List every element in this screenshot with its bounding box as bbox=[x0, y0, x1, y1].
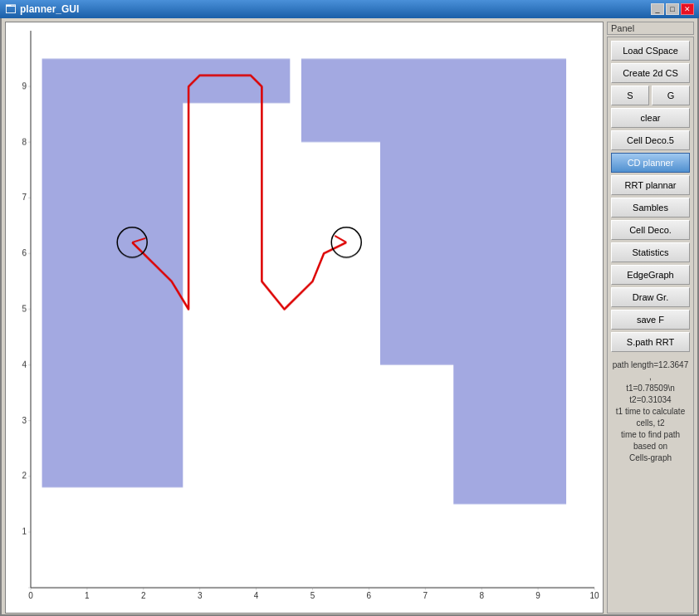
rrt-plannar-button[interactable]: RRT plannar bbox=[611, 175, 690, 195]
canvas-area bbox=[5, 22, 604, 614]
main-canvas bbox=[6, 22, 603, 613]
right-panel: Panel Load CSpace Create 2d CS S G clear… bbox=[607, 22, 694, 614]
main-window: Panel Load CSpace Create 2d CS S G clear… bbox=[0, 18, 699, 616]
statistics-button[interactable]: Statistics bbox=[611, 242, 690, 262]
panel-label: Panel bbox=[607, 22, 694, 35]
minimize-button[interactable]: _ bbox=[651, 3, 664, 15]
sg-row: S G bbox=[611, 86, 690, 105]
panel-buttons: Load CSpace Create 2d CS S G clear Cell … bbox=[607, 37, 694, 614]
cell-deco-5-button[interactable]: Cell Deco.5 bbox=[611, 130, 690, 150]
maximize-button[interactable]: □ bbox=[666, 3, 679, 15]
load-cspace-button[interactable]: Load CSpace bbox=[611, 41, 690, 61]
create-2d-cs-button[interactable]: Create 2d CS bbox=[611, 63, 690, 83]
s-path-rrt-button[interactable]: S.path RRT bbox=[611, 332, 690, 352]
title-bar: 🗔 planner_GUI _ □ ✕ bbox=[0, 0, 699, 18]
title-bar-left: 🗔 planner_GUI bbox=[5, 2, 79, 16]
draw-gr-button[interactable]: Draw Gr. bbox=[611, 287, 690, 307]
clear-button[interactable]: clear bbox=[611, 108, 690, 128]
cell-deco-button[interactable]: Cell Deco. bbox=[611, 220, 690, 240]
sambles-button[interactable]: Sambles bbox=[611, 198, 690, 218]
window-title: planner_GUI bbox=[20, 3, 79, 15]
cd-planner-button[interactable]: CD planner bbox=[611, 153, 690, 173]
content-area: Panel Load CSpace Create 2d CS S G clear… bbox=[2, 18, 697, 616]
s-button[interactable]: S bbox=[611, 86, 649, 105]
info-text: path length=12.3647 , t1=0.78509\n t2=0.… bbox=[611, 359, 690, 464]
close-button[interactable]: ✕ bbox=[681, 3, 694, 15]
edge-graph-button[interactable]: EdgeGraph bbox=[611, 265, 690, 285]
save-f-button[interactable]: save F bbox=[611, 310, 690, 330]
title-bar-controls[interactable]: _ □ ✕ bbox=[651, 3, 694, 15]
g-button[interactable]: G bbox=[652, 86, 690, 105]
